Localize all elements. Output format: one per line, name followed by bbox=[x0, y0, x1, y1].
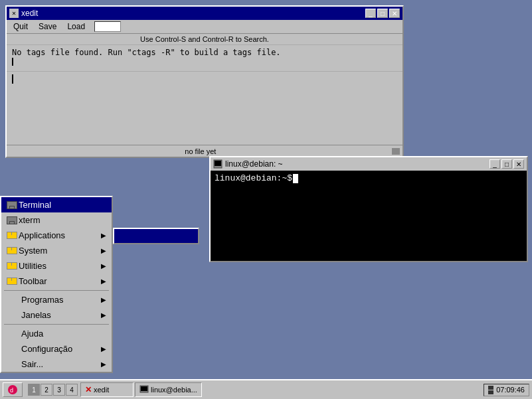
taskbar-windows: ✕ xedit linux@debia... bbox=[80, 382, 481, 397]
terminal-title: linux@debian: ~ bbox=[225, 159, 283, 169]
start-button[interactable]: d bbox=[3, 382, 23, 397]
terminal-body[interactable]: linux@debian:~$ bbox=[211, 171, 527, 261]
menu-item-system-content: System bbox=[7, 246, 47, 256]
applications-submenu bbox=[113, 228, 199, 244]
save-menu[interactable]: Save bbox=[35, 21, 60, 32]
menu-item-conf-content: Configuração bbox=[7, 344, 72, 354]
pager-btn-1[interactable]: 1 bbox=[28, 384, 40, 396]
xedit-menubar: Quit Save Load bbox=[7, 20, 402, 34]
menu-item-xterm[interactable]: xterm bbox=[1, 212, 112, 228]
menu-item-ajuda[interactable]: Ajuda bbox=[1, 326, 112, 341]
menu-janelas-label: Janelas bbox=[21, 310, 51, 320]
toolbar-arrow: ▶ bbox=[101, 278, 106, 285]
xedit-editor-area[interactable] bbox=[7, 72, 402, 149]
menu-item-apps-content: Applications bbox=[7, 230, 65, 240]
menu-item-applications[interactable]: Applications ▶ bbox=[1, 228, 112, 243]
terminal-title-buttons: _ □ ✕ bbox=[489, 159, 524, 169]
pager-btn-3[interactable]: 3 bbox=[53, 384, 65, 396]
applications-folder-icon bbox=[7, 232, 16, 239]
utilities-arrow: ▶ bbox=[101, 262, 106, 270]
sair-arrow: ▶ bbox=[101, 360, 106, 368]
xedit-title-left: ✕ xedit bbox=[9, 9, 38, 18]
load-input[interactable] bbox=[94, 21, 121, 32]
menu-item-utilities[interactable]: Utilities ▶ bbox=[1, 258, 112, 274]
menu-item-toolbar-content: Toolbar bbox=[7, 276, 47, 286]
editor-cursor bbox=[12, 74, 13, 84]
menu-programas-label: Programas bbox=[21, 295, 64, 305]
context-menu: Terminal xterm Applications ▶ System ▶ U… bbox=[0, 196, 113, 373]
status-thumb bbox=[392, 148, 400, 155]
terminal-icon bbox=[7, 201, 16, 209]
pager: 1 2 3 4 bbox=[28, 384, 78, 396]
menu-item-xterm-content: xterm bbox=[7, 215, 41, 225]
menu-ajuda-label: Ajuda bbox=[21, 329, 43, 339]
menu-item-configuracao[interactable]: Configuração ▶ bbox=[1, 341, 112, 357]
xterm-icon bbox=[7, 216, 16, 224]
clock-indicator-top bbox=[488, 386, 493, 390]
terminal-prompt-text: linux@debian:~$ bbox=[215, 173, 292, 183]
menu-item-terminal[interactable]: Terminal bbox=[1, 197, 112, 212]
xedit-filename: no file yet bbox=[9, 147, 392, 155]
terminal-taskbar-label: linux@debia... bbox=[151, 386, 197, 394]
toolbar-folder-icon bbox=[7, 278, 16, 285]
janelas-arrow: ▶ bbox=[101, 311, 106, 319]
menu-item-programas-content: Programas bbox=[7, 295, 64, 305]
maximize-button[interactable]: □ bbox=[377, 9, 388, 18]
xedit-taskbar-icon: ✕ bbox=[85, 385, 92, 394]
submenu-body bbox=[114, 229, 198, 243]
utilities-folder-icon bbox=[7, 262, 16, 270]
menu-item-toolbar[interactable]: Toolbar ▶ bbox=[1, 274, 112, 289]
terminal-app-icon bbox=[213, 159, 222, 169]
terminal-titlebar: linux@debian: ~ _ □ ✕ bbox=[211, 157, 527, 171]
menu-item-janelas-content: Janelas bbox=[7, 310, 51, 320]
terminal-close-button[interactable]: ✕ bbox=[513, 159, 524, 169]
load-menu[interactable]: Load bbox=[63, 21, 89, 32]
taskbar-terminal-btn[interactable]: linux@debia... bbox=[135, 382, 202, 397]
terminal-maximize-button[interactable]: □ bbox=[501, 159, 512, 169]
xedit-title-buttons: _ □ ✕ bbox=[365, 9, 400, 18]
menu-item-utilities-content: Utilities bbox=[7, 261, 46, 271]
xedit-taskbar-label: xedit bbox=[94, 386, 109, 394]
menu-item-terminal-content: Terminal bbox=[7, 200, 51, 210]
menu-separator-1 bbox=[4, 290, 109, 291]
programas-arrow: ▶ bbox=[101, 296, 106, 303]
menu-terminal-label: Terminal bbox=[19, 200, 51, 210]
menu-separator-2 bbox=[4, 324, 109, 325]
pager-btn-2[interactable]: 2 bbox=[41, 384, 52, 396]
terminal-prompt-line: linux@debian:~$ bbox=[215, 173, 523, 183]
xedit-titlebar: ✕ xedit _ □ ✕ bbox=[7, 7, 402, 20]
menu-item-system[interactable]: System ▶ bbox=[1, 243, 112, 258]
terminal-taskbar-icon bbox=[139, 385, 149, 394]
debian-icon: d bbox=[7, 384, 18, 395]
menu-item-sair-content: Sair... bbox=[7, 359, 43, 369]
text-cursor bbox=[12, 58, 13, 66]
menu-xterm-label: xterm bbox=[19, 215, 41, 225]
terminal-window: linux@debian: ~ _ □ ✕ linux@debian:~$ bbox=[209, 156, 528, 262]
pager-btn-4[interactable]: 4 bbox=[66, 384, 78, 396]
menu-sair-label: Sair... bbox=[21, 359, 43, 369]
menu-system-label: System bbox=[19, 246, 47, 256]
menu-toolbar-label: Toolbar bbox=[19, 276, 47, 286]
terminal-minimize-button[interactable]: _ bbox=[489, 159, 500, 169]
clock-indicator-bottom bbox=[488, 390, 493, 394]
applications-arrow: ▶ bbox=[101, 232, 106, 239]
message-text: No tags file found. Run "ctags -R" to bu… bbox=[12, 48, 397, 57]
terminal-title-left: linux@debian: ~ bbox=[213, 159, 283, 169]
menu-item-janelas[interactable]: Janelas ▶ bbox=[1, 307, 112, 323]
menu-item-ajuda-content: Ajuda bbox=[7, 329, 43, 339]
menu-item-programas[interactable]: Programas ▶ bbox=[1, 292, 112, 307]
menu-item-sair[interactable]: Sair... ▶ bbox=[1, 357, 112, 372]
menu-conf-label: Configuração bbox=[21, 344, 72, 354]
minimize-button[interactable]: _ bbox=[365, 9, 376, 18]
clock-time: 07:09:46 bbox=[496, 386, 525, 394]
taskbar-xedit-btn[interactable]: ✕ xedit bbox=[80, 382, 133, 397]
menu-applications-label: Applications bbox=[19, 230, 65, 240]
clock-indicators bbox=[488, 386, 493, 394]
xedit-window: ✕ xedit _ □ ✕ Quit Save Load Use Control… bbox=[5, 5, 404, 158]
close-button[interactable]: ✕ bbox=[389, 9, 400, 18]
quit-menu[interactable]: Quit bbox=[9, 21, 32, 32]
terminal-cursor bbox=[293, 174, 298, 183]
xedit-info-bar: Use Control-S and Control-R to Search. bbox=[7, 34, 402, 45]
system-folder-icon bbox=[7, 247, 16, 254]
conf-arrow: ▶ bbox=[101, 345, 106, 353]
